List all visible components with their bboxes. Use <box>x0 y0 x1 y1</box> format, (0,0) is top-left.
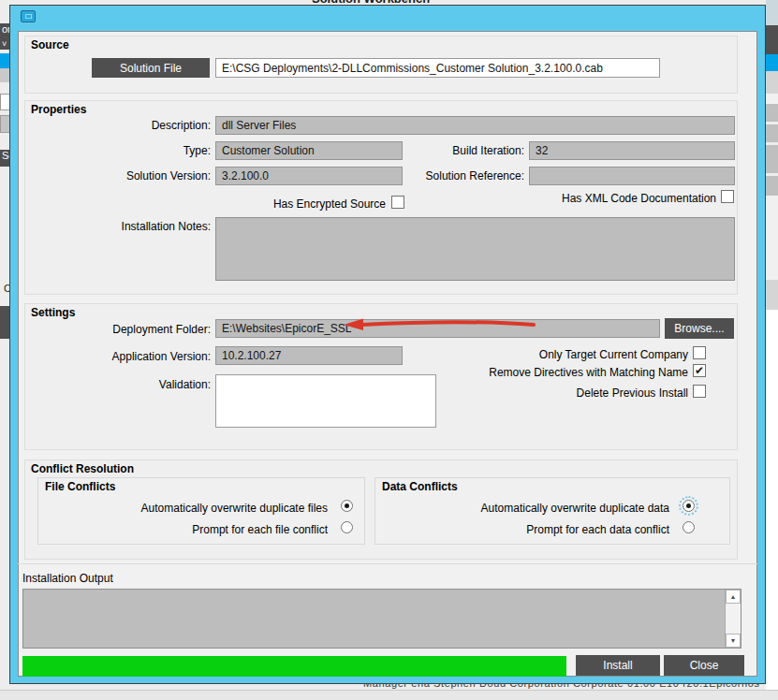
prompt-each-data-conflict-radio[interactable] <box>683 521 695 533</box>
background-right-grid-row <box>766 176 778 196</box>
background-right-strip <box>766 0 778 25</box>
installation-output-label: Installation Output <box>22 572 113 585</box>
solution-file-button[interactable]: Solution File <box>92 58 210 78</box>
solution-reference-field <box>529 167 735 185</box>
source-group-label: Source <box>31 38 69 51</box>
solution-version-field: 3.2.100.0 <box>215 167 403 185</box>
output-scrollbar[interactable]: ▲ ▼ <box>725 590 741 648</box>
file-conflicts-group-label: File Conflicts <box>45 480 115 493</box>
installation-notes-area <box>215 217 735 281</box>
background-right-row <box>766 71 778 94</box>
scroll-up-icon: ▲ <box>730 593 737 600</box>
only-target-current-company-checkbox[interactable]: ✔ <box>693 346 706 359</box>
divider <box>18 563 757 564</box>
background-right-panel <box>766 310 778 690</box>
install-progress-fill <box>22 656 566 677</box>
description-field: dll Server Files <box>215 116 735 135</box>
prompt-each-file-conflict-label: Prompt for each file conflict <box>56 523 328 536</box>
overwrite-duplicate-files-radio[interactable] <box>341 500 353 512</box>
delete-previous-install-checkbox[interactable]: ✔ <box>693 385 706 398</box>
installation-output-area: ▲ ▼ <box>22 589 741 649</box>
prompt-each-file-conflict-radio[interactable] <box>341 521 353 533</box>
close-button[interactable]: Close <box>664 655 744 676</box>
background-right-dark-block <box>766 25 778 54</box>
check-icon: ✔ <box>695 365 704 376</box>
has-xml-code-documentation-checkbox[interactable]: ✔ <box>721 190 734 203</box>
data-conflicts-group-label: Data Conflicts <box>382 480 458 493</box>
deployment-folder-label: Deployment Folder: <box>28 323 211 336</box>
background-right-row <box>766 94 778 104</box>
application-version-label: Application Version: <box>28 350 211 363</box>
background-right-grid-row <box>766 124 778 142</box>
overwrite-duplicate-data-label: Automatically overwrite duplicate data <box>393 502 669 515</box>
solution-file-path-field[interactable]: E:\CSG Deployments\2-DLLCommissions_Cust… <box>215 58 660 78</box>
scroll-down-button[interactable]: ▼ <box>726 634 741 648</box>
installation-notes-label: Installation Notes: <box>28 220 211 233</box>
solution-reference-label: Solution Reference: <box>403 169 524 182</box>
remove-directives-checkbox[interactable]: ✔ <box>693 364 706 377</box>
remove-directives-label: Remove Directives with Matching Name <box>449 366 688 379</box>
install-button[interactable]: Install <box>576 655 660 676</box>
type-label: Type: <box>28 144 211 157</box>
has-encrypted-source-label: Has Encrypted Source <box>187 197 386 211</box>
prompt-each-data-conflict-label: Prompt for each data conflict <box>393 523 669 536</box>
background-right-row <box>766 280 778 310</box>
delete-previous-install-label: Delete Previous Install <box>449 386 688 400</box>
install-progress-bar <box>22 656 566 677</box>
window-icon <box>21 10 36 22</box>
background-bottom-bar <box>0 690 778 700</box>
solution-version-label: Solution Version: <box>28 169 211 182</box>
validation-area[interactable] <box>215 374 436 428</box>
application-version-field: 10.2.100.27 <box>215 346 403 365</box>
conflict-resolution-group-label: Conflict Resolution <box>31 462 134 475</box>
only-target-current-company-label: Only Target Current Company <box>449 348 688 361</box>
has-encrypted-source-checkbox[interactable]: ✔ <box>391 196 404 209</box>
browse-button[interactable]: Browse.... <box>665 318 734 339</box>
settings-group-label: Settings <box>31 306 75 319</box>
background-right-selection <box>766 54 778 71</box>
build-iteration-field: 32 <box>529 141 735 160</box>
type-field: Customer Solution <box>215 141 403 160</box>
screen: Solution Workbench or ˅ So C Manager ena… <box>0 0 778 700</box>
scroll-down-icon: ▼ <box>730 637 737 644</box>
overwrite-duplicate-files-label: Automatically overwrite duplicate files <box>56 502 328 515</box>
background-right-grid-row <box>766 104 778 122</box>
build-iteration-label: Build Iteration: <box>403 144 524 157</box>
overwrite-duplicate-data-radio[interactable] <box>683 500 695 512</box>
background-right-grid-row <box>766 145 778 173</box>
has-xml-code-documentation-label: Has XML Code Documentation <box>520 192 716 205</box>
properties-group-label: Properties <box>31 103 86 116</box>
validation-label: Validation: <box>28 378 211 391</box>
scroll-up-button[interactable]: ▲ <box>726 590 741 604</box>
description-label: Description: <box>28 119 211 132</box>
deployment-folder-field: E:\Websites\EpicorE_SSL <box>215 319 660 338</box>
background-right-row <box>766 196 778 280</box>
